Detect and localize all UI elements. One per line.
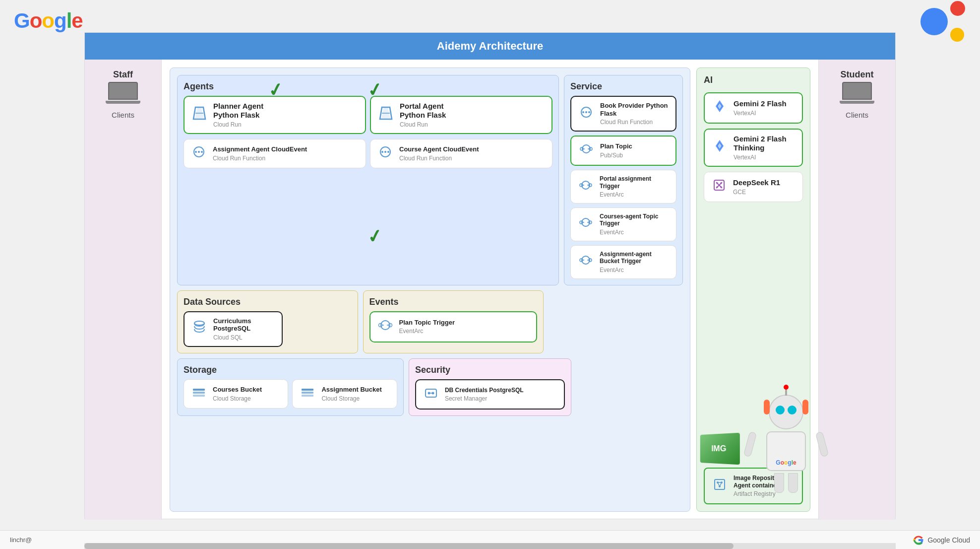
courses-trigger-icon: [577, 215, 595, 233]
course-agent-text: Course Agent CloudEvent Cloud Run Functi…: [399, 145, 479, 162]
courses-bucket-title: Courses Bucket: [213, 386, 262, 394]
small-agent-cards: Assignment Agent CloudEvent Cloud Run Fu…: [184, 139, 552, 168]
portal-trigger-icon: [577, 178, 595, 196]
middle-content: Agents: [162, 60, 818, 520]
svg-rect-66: [720, 186, 722, 188]
laptop-screen: [108, 82, 138, 100]
plan-topic-trigger-title: Plan Topic Trigger: [399, 319, 455, 327]
assignment-bucket-header: Assignment Bucket Cloud Storage: [299, 385, 390, 403]
courses-bucket-text: Courses Bucket Cloud Storage: [213, 386, 262, 402]
logo-o1: o: [30, 9, 42, 32]
deepseek-icon: [710, 177, 728, 197]
header-bar: Aidemy Architecture: [85, 33, 895, 60]
deepseek-header: DeepSeek R1 GCE: [710, 177, 796, 197]
portal-flask-icon: [377, 104, 395, 126]
events-section: Events: [363, 290, 544, 353]
assignment-bucket-card: Assignment Bucket Cloud Storage: [292, 379, 397, 409]
courses-agent-trigger-card: Courses-agent Topic Trigger EventArc: [570, 207, 676, 241]
plan-topic-text: Plan Topic Pub/Sub: [600, 142, 632, 159]
gemini-flash-icon: [711, 98, 729, 118]
data-sources-section: Data Sources: [177, 290, 358, 353]
deepseek-text: DeepSeek R1 GCE: [733, 178, 780, 196]
course-agent-header: Course Agent CloudEvent Cloud Run Functi…: [376, 144, 546, 163]
book-provider-title: Book Provider Python Flask: [600, 102, 670, 117]
google-cloud-logo: Google Cloud: [913, 534, 970, 546]
portal-trigger-tag: EventArc: [600, 191, 670, 198]
plan-topic-trigger-icon: [376, 317, 394, 337]
courses-bucket-icon: [190, 385, 208, 403]
svg-point-12: [384, 151, 386, 153]
logo-g: G: [14, 9, 30, 32]
middle-row: Data Sources: [177, 290, 683, 353]
agent-cards-row: Planner AgentPython Flask Cloud Run: [184, 96, 552, 134]
plan-topic-header: Plan Topic Pub/Sub: [577, 141, 670, 160]
book-provider-tag: Cloud Run Function: [600, 119, 670, 126]
planner-agent-card: Planner AgentPython Flask Cloud Run: [184, 96, 366, 134]
planner-text-block: Planner AgentPython Flask Cloud Run: [213, 102, 263, 128]
svg-point-16: [585, 111, 587, 113]
svg-point-11: [381, 151, 383, 153]
assignment-bucket-trigger-text: Assignment-agent Bucket Trigger EventArc: [600, 251, 670, 274]
gemini-thinking-header: Gemini 2 Flash Thinking VertexAI: [711, 135, 796, 161]
google-logo: Google: [14, 9, 83, 33]
portal-card-header: Portal AgentPython Flask Cloud Run: [377, 102, 546, 128]
plan-topic-icon: [577, 141, 595, 160]
svg-rect-46: [193, 395, 205, 397]
scrollbar-thumb[interactable]: [84, 543, 734, 549]
svg-point-17: [588, 111, 590, 113]
plan-topic-trigger-header: Plan Topic Trigger EventArc: [376, 317, 531, 337]
courses-trigger-title: Courses-agent Topic Trigger: [600, 213, 670, 227]
portal-text-block: Portal AgentPython Flask Cloud Run: [400, 102, 446, 128]
storage-title: Storage: [184, 365, 397, 375]
staff-title: Staff: [113, 69, 133, 80]
course-agent-title: Course Agent CloudEvent: [399, 145, 479, 153]
scrollbar-track[interactable]: [84, 543, 896, 549]
gemini-thinking-text: Gemini 2 Flash Thinking VertexAI: [734, 135, 796, 161]
logo-g2: g: [54, 9, 66, 32]
svg-rect-65: [716, 186, 718, 188]
svg-point-7: [195, 151, 197, 153]
deepseek-tag: GCE: [733, 189, 780, 196]
planner-subtitle: Cloud Run: [213, 121, 263, 128]
student-laptop-screen: [842, 82, 872, 100]
svg-rect-49: [302, 395, 313, 397]
courses-bucket-header: Courses Bucket Cloud Storage: [190, 385, 282, 403]
gemini-thinking-icon: [711, 138, 729, 157]
course-agent-card: Course Agent CloudEvent Cloud Run Functi…: [370, 139, 552, 168]
student-laptop-base: [840, 101, 874, 104]
svg-rect-45: [193, 392, 205, 394]
data-sources-title: Data Sources: [184, 297, 352, 307]
service-section: Service: [564, 75, 683, 285]
student-client-label: Clients: [846, 111, 868, 119]
assistant-blue-circle: [920, 8, 948, 35]
assignment-bucket-tag: Cloud Storage: [321, 395, 381, 402]
logo-e: e: [71, 9, 82, 32]
student-title: Student: [841, 69, 874, 80]
artifact-icon: [711, 478, 729, 495]
ai-title: AI: [704, 75, 803, 85]
assignment-bucket-trigger-icon: [577, 253, 595, 271]
book-provider-card: Book Provider Python Flask Cloud Run Fun…: [570, 96, 676, 132]
google-cloud-text: Google Cloud: [927, 536, 970, 544]
db-credentials-card: DB Credentials PostgreSQL Secret Manager: [415, 379, 565, 410]
assistant-red-circle: [950, 1, 965, 16]
book-provider-text: Book Provider Python Flask Cloud Run Fun…: [600, 102, 670, 126]
assignment-bucket-trigger-title: Assignment-agent Bucket Trigger: [600, 251, 670, 265]
db-credentials-tag: Secret Manager: [445, 395, 524, 402]
staff-client-label: Clients: [112, 111, 134, 119]
portal-trigger-header: Portal assignment Trigger EventArc: [577, 175, 670, 198]
course-agent-tag: Cloud Run Function: [399, 155, 479, 162]
plan-topic-title: Plan Topic: [600, 142, 632, 150]
assignment-agent-title: Assignment Agent CloudEvent: [213, 145, 307, 153]
agents-section: Agents: [177, 75, 559, 285]
assignment-agent-text: Assignment Agent CloudEvent Cloud Run Fu…: [213, 145, 307, 162]
portal-trigger-title: Portal assignment Trigger: [600, 175, 670, 190]
svg-rect-63: [716, 182, 718, 184]
gemini-flash-header: Gemini 2 Flash VertexAI: [711, 98, 796, 118]
assistant-yellow-circle: [950, 28, 964, 42]
svg-rect-64: [720, 182, 722, 184]
google-cloud-icon: [913, 534, 924, 546]
logo-o2: o: [42, 9, 54, 32]
planner-card-header: Planner AgentPython Flask Cloud Run: [190, 102, 359, 128]
svg-line-72: [718, 482, 720, 486]
